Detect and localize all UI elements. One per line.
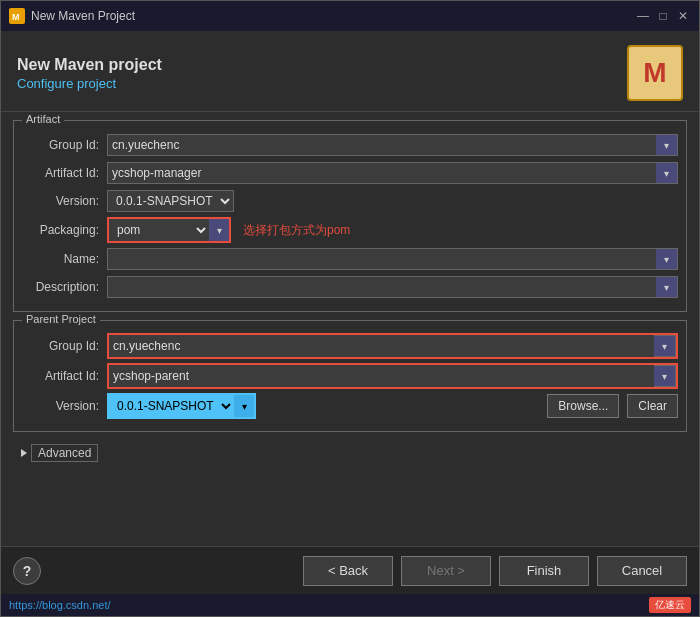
parent-version-dropdown-arrow[interactable]: ▾ xyxy=(234,395,254,417)
description-input[interactable] xyxy=(107,276,656,298)
parent-section: Parent Project Group Id: ▾ Artifact Id: … xyxy=(13,320,687,432)
parent-group-id-input-wrap: ▾ xyxy=(107,333,678,359)
parent-version-label: Version: xyxy=(22,399,107,413)
packaging-row: Packaging: jar war pom ear ▾ 选择打包方式为pom xyxy=(22,217,678,243)
packaging-dropdown-arrow[interactable]: ▾ xyxy=(209,219,229,241)
finish-button[interactable]: Finish xyxy=(499,556,589,586)
close-button[interactable]: ✕ xyxy=(675,8,691,24)
artifact-section-body: Group Id: ▾ Artifact Id: ▾ Ver xyxy=(14,123,686,311)
back-button[interactable]: < Back xyxy=(303,556,393,586)
parent-artifact-id-dropdown-arrow[interactable]: ▾ xyxy=(654,365,676,387)
browse-button[interactable]: Browse... xyxy=(547,394,619,418)
bottom-bar: ? < Back Next > Finish Cancel xyxy=(1,546,699,594)
title-bar: M New Maven Project — □ ✕ xyxy=(1,1,699,31)
description-input-wrap: ▾ xyxy=(107,276,678,298)
artifact-id-input[interactable] xyxy=(107,162,656,184)
page-subtitle: Configure project xyxy=(17,76,162,91)
name-label: Name: xyxy=(22,252,107,266)
artifact-section-title: Artifact xyxy=(22,113,64,125)
header-area: New Maven project Configure project M xyxy=(1,31,699,112)
advanced-label: Advanced xyxy=(31,444,98,462)
parent-group-id-label: Group Id: xyxy=(22,339,107,353)
status-right: 亿速云 xyxy=(649,597,691,613)
version-select-wrap: 0.0.1-SNAPSHOT 1.0.0 1.0.0-SNAPSHOT xyxy=(107,190,234,212)
clear-button[interactable]: Clear xyxy=(627,394,678,418)
parent-version-row: Version: 0.0.1-SNAPSHOT 1.0.0 ▾ Browse..… xyxy=(22,393,678,419)
artifact-id-dropdown-arrow[interactable]: ▾ xyxy=(656,162,678,184)
page-title: New Maven project xyxy=(17,56,162,74)
artifact-id-label: Artifact Id: xyxy=(22,166,107,180)
maven-logo: M xyxy=(627,45,683,101)
description-label: Description: xyxy=(22,280,107,294)
parent-artifact-id-input[interactable] xyxy=(109,365,654,387)
status-bar: https://blog.csdn.net/ 亿速云 xyxy=(1,594,699,616)
window-controls: — □ ✕ xyxy=(635,8,691,24)
packaging-hint: 选择打包方式为pom xyxy=(243,222,350,239)
artifact-section: Artifact Group Id: ▾ Artifact Id: ▾ xyxy=(13,120,687,312)
name-row: Name: ▾ xyxy=(22,247,678,271)
group-id-input[interactable] xyxy=(107,134,656,156)
parent-artifact-id-label: Artifact Id: xyxy=(22,369,107,383)
next-button[interactable]: Next > xyxy=(401,556,491,586)
description-row: Description: ▾ xyxy=(22,275,678,299)
group-id-input-wrap: ▾ xyxy=(107,134,678,156)
artifact-id-input-wrap: ▾ xyxy=(107,162,678,184)
artifact-id-row: Artifact Id: ▾ xyxy=(22,161,678,185)
version-label: Version: xyxy=(22,194,107,208)
parent-group-id-row: Group Id: ▾ xyxy=(22,333,678,359)
parent-artifact-id-input-wrap: ▾ xyxy=(107,363,678,389)
main-window: M New Maven Project — □ ✕ New Maven proj… xyxy=(0,0,700,617)
header-titles: New Maven project Configure project xyxy=(17,56,162,91)
app-icon: M xyxy=(9,8,25,24)
group-id-label: Group Id: xyxy=(22,138,107,152)
packaging-select-wrap: jar war pom ear ▾ xyxy=(107,217,231,243)
parent-version-select[interactable]: 0.0.1-SNAPSHOT 1.0.0 xyxy=(109,395,234,417)
minimize-button[interactable]: — xyxy=(635,8,651,24)
parent-artifact-id-row: Artifact Id: ▾ xyxy=(22,363,678,389)
description-dropdown-arrow[interactable]: ▾ xyxy=(656,276,678,298)
parent-version-select-wrap: 0.0.1-SNAPSHOT 1.0.0 ▾ xyxy=(107,393,256,419)
title-bar-left: M New Maven Project xyxy=(9,8,135,24)
packaging-label: Packaging: xyxy=(22,223,107,237)
help-button[interactable]: ? xyxy=(13,557,41,585)
parent-group-id-input[interactable] xyxy=(109,335,654,357)
group-id-dropdown-arrow[interactable]: ▾ xyxy=(656,134,678,156)
parent-section-title: Parent Project xyxy=(22,313,100,325)
parent-section-body: Group Id: ▾ Artifact Id: ▾ Ver xyxy=(14,323,686,431)
advanced-arrow-icon xyxy=(21,449,27,457)
version-row: Version: 0.0.1-SNAPSHOT 1.0.0 1.0.0-SNAP… xyxy=(22,189,678,213)
version-select[interactable]: 0.0.1-SNAPSHOT 1.0.0 1.0.0-SNAPSHOT xyxy=(107,190,234,212)
packaging-select[interactable]: jar war pom ear xyxy=(109,219,209,241)
parent-group-id-dropdown-arrow[interactable]: ▾ xyxy=(654,335,676,357)
svg-text:M: M xyxy=(12,12,20,22)
name-input-wrap: ▾ xyxy=(107,248,678,270)
main-content: Artifact Group Id: ▾ Artifact Id: ▾ xyxy=(1,112,699,546)
group-id-row: Group Id: ▾ xyxy=(22,133,678,157)
cancel-button[interactable]: Cancel xyxy=(597,556,687,586)
status-url: https://blog.csdn.net/ xyxy=(9,599,111,611)
name-dropdown-arrow[interactable]: ▾ xyxy=(656,248,678,270)
name-input[interactable] xyxy=(107,248,656,270)
advanced-toggle[interactable]: Advanced xyxy=(13,440,687,466)
maximize-button[interactable]: □ xyxy=(655,8,671,24)
status-badge: 亿速云 xyxy=(649,597,691,613)
window-title: New Maven Project xyxy=(31,9,135,23)
